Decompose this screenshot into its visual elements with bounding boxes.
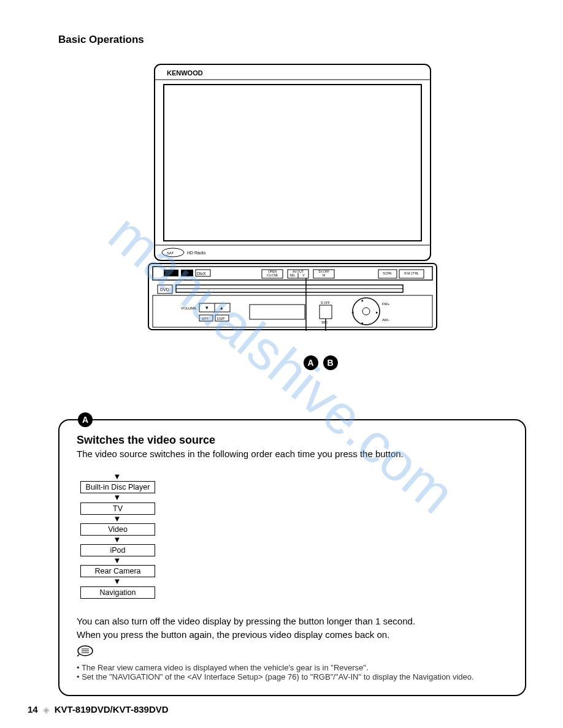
instruction-box: A Switches the video source The video so… [58, 419, 526, 696]
svg-text:HD Radio: HD Radio [187, 251, 205, 255]
svg-text:◂: ◂ [351, 310, 354, 314]
flow-item: iPod [80, 544, 155, 556]
flow-arrow-icon: ▼ [80, 515, 154, 523]
flow-item: Rear Camera [80, 565, 155, 577]
svg-text:FM+: FM+ [382, 302, 390, 306]
svg-text:M: M [322, 273, 324, 277]
svg-text:DivX: DivX [197, 271, 206, 276]
brand-label: KENWOOD [167, 69, 203, 77]
section-title: Basic Operations [58, 34, 526, 46]
instruction-box-badge: A [78, 412, 93, 427]
svg-rect-42 [250, 305, 305, 319]
svg-text:V: V [302, 273, 305, 277]
device-illustration: KENWOOD SAT HD Radio DivX [145, 61, 440, 370]
svg-text:SAT: SAT [167, 251, 174, 255]
note-bullet-1: • The Rear view camera video is displaye… [77, 663, 508, 672]
instruction-title: Switches the video source [77, 434, 508, 447]
model-label: KVT-819DVD/KVT-839DVD [55, 704, 169, 715]
device-svg: KENWOOD SAT HD Radio DivX [145, 61, 440, 331]
source-flow: ▼ Built-in Disc Player ▼ TV ▼ Video ▼ iP… [80, 472, 508, 599]
svg-text:▾: ▾ [205, 305, 209, 311]
svg-text:AM−: AM− [382, 318, 390, 322]
svg-text:DVD: DVD [160, 287, 169, 292]
instruction-para1: You can also turn off the video display … [77, 616, 508, 626]
svg-text:▾: ▾ [361, 321, 364, 325]
svg-text:▴: ▴ [220, 305, 223, 311]
flow-item: Video [80, 523, 155, 536]
flow-arrow-icon: ▼ [80, 556, 154, 565]
callout-b-badge: B [323, 355, 338, 370]
callout-badges: A B [174, 355, 468, 370]
svg-rect-0 [155, 64, 431, 260]
page-number: 14 [28, 704, 38, 715]
svg-text:S.OFF: S.OFF [321, 301, 330, 305]
svg-text:R.M.CTRL: R.M.CTRL [404, 271, 419, 275]
svg-text:SEL: SEL [289, 273, 296, 277]
page-footer: 14 ◈ KVT-819DVD/KVT-839DVD [28, 704, 169, 715]
svg-text:▴: ▴ [361, 298, 364, 302]
svg-text:DSP: DSP [217, 317, 224, 320]
footer-separator-icon: ◈ [43, 705, 50, 715]
flow-item: TV [80, 502, 155, 515]
svg-text:SRC: SRC [321, 320, 328, 324]
flow-item: Navigation [80, 586, 155, 599]
svg-rect-10 [181, 270, 193, 276]
manual-page: Basic Operations manualshive.com KENWOOD… [0, 0, 563, 728]
flow-arrow-icon: ▼ [80, 536, 154, 544]
flow-arrow-icon: ▼ [80, 577, 154, 586]
svg-text:ATT: ATT [202, 317, 209, 320]
svg-rect-9 [164, 270, 178, 276]
svg-text:▸: ▸ [376, 310, 378, 314]
flow-arrow-icon: ▼ [80, 472, 154, 481]
svg-text:VOLUME: VOLUME [181, 306, 196, 310]
svg-text:/CLOSE: /CLOSE [266, 273, 278, 277]
svg-point-47 [362, 308, 370, 315]
svg-text:SCRN.: SCRN. [383, 271, 393, 275]
flow-arrow-icon: ▼ [80, 493, 154, 502]
note-icon [77, 645, 508, 659]
instruction-desc: The video source switches in the followi… [77, 449, 508, 459]
note-bullet-2: • Set the "NAVIGATION" of the <AV Interf… [77, 672, 508, 681]
callout-a-badge: A [304, 355, 318, 370]
svg-rect-32 [153, 295, 432, 327]
instruction-box-wrap: A Switches the video source The video so… [58, 419, 526, 696]
instruction-para2: When you press the button again, the pre… [77, 629, 508, 640]
svg-rect-2 [164, 85, 421, 241]
svg-rect-43 [320, 305, 332, 319]
flow-item: Built-in Disc Player [80, 481, 155, 493]
